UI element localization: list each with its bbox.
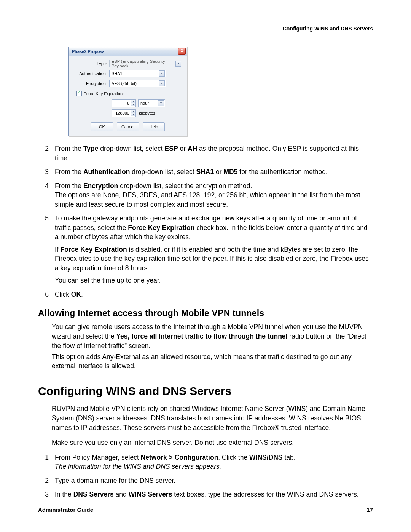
body-paragraph: You can give remote users access to the … xyxy=(52,322,373,351)
footer-page-number: 17 xyxy=(366,506,373,513)
auth-label: Authentication: xyxy=(73,71,109,76)
time-unit-dropdown[interactable]: hour ▾ xyxy=(138,99,165,107)
time-spinner[interactable]: 8 ▴▾ xyxy=(112,99,136,107)
chevron-down-icon: ▾ xyxy=(175,61,181,67)
numbered-step: 5To make the gateway endpoints generate … xyxy=(38,214,373,285)
numbered-step: 6Click OK. xyxy=(38,290,373,299)
bytes-spinner[interactable]: 128000 ▴▾ xyxy=(112,109,136,117)
body-paragraph: RUVPN and Mobile VPN clients rely on sha… xyxy=(52,404,373,433)
enc-label: Encryption: xyxy=(73,81,109,86)
close-icon[interactable]: X xyxy=(178,48,186,55)
enc-dropdown[interactable]: AES (256-bit) ▾ xyxy=(109,80,166,87)
numbered-step: 4From the Encryption drop-down list, sel… xyxy=(38,181,373,209)
body-paragraph: This option adds Any-External as an allo… xyxy=(52,352,373,371)
checkbox-checked-icon[interactable] xyxy=(76,91,82,96)
phase2-proposal-dialog: Phase2 Proposal X Type: ESP (Encapsulati… xyxy=(68,47,187,136)
section-heading: Configuring WINS and DNS Servers xyxy=(38,385,373,398)
numbered-step: 2From the Type drop-down list, select ES… xyxy=(38,144,373,163)
numbered-step: 3In the DNS Servers and WINS Servers tex… xyxy=(38,490,373,499)
bytes-unit-label: kilobytes xyxy=(139,111,155,115)
dialog-figure: Phase2 Proposal X Type: ESP (Encapsulati… xyxy=(68,47,373,136)
ok-button[interactable]: OK xyxy=(91,122,113,131)
cancel-button[interactable]: Cancel xyxy=(117,122,139,131)
dialog-title: Phase2 Proposal xyxy=(72,49,106,54)
chevron-down-icon: ▾ xyxy=(159,70,165,77)
auth-dropdown[interactable]: SHA1 ▾ xyxy=(109,70,166,77)
numbered-step: 1From Policy Manager, select Network > C… xyxy=(38,453,373,471)
help-button[interactable]: Help xyxy=(143,122,165,131)
steps-list-b: 1From Policy Manager, select Network > C… xyxy=(38,453,373,499)
running-head: Configuring WINS and DNS Servers xyxy=(38,26,373,32)
footer-left: Administrator Guide xyxy=(38,506,93,513)
numbered-step: 2Type a domain name for the DNS server. xyxy=(38,476,373,486)
page-footer: Administrator Guide 17 xyxy=(38,504,373,513)
type-dropdown[interactable]: ESP (Encapsulating Security Payload) ▾ xyxy=(109,60,182,67)
body-paragraph: Make sure you use only an internal DNS s… xyxy=(52,438,373,447)
chevron-down-icon: ▾ xyxy=(158,100,164,106)
subsection-heading: Allowing Internet access through Mobile … xyxy=(38,308,373,318)
type-label: Type: xyxy=(73,61,109,66)
chevron-down-icon: ▾ xyxy=(159,80,165,86)
force-key-checkbox-row[interactable]: Force Key Expiration: xyxy=(76,91,182,96)
dialog-titlebar[interactable]: Phase2 Proposal X xyxy=(69,47,187,56)
numbered-step: 3From the Authentication drop-down list,… xyxy=(38,167,373,177)
steps-list-a: 2From the Type drop-down list, select ES… xyxy=(38,144,373,299)
